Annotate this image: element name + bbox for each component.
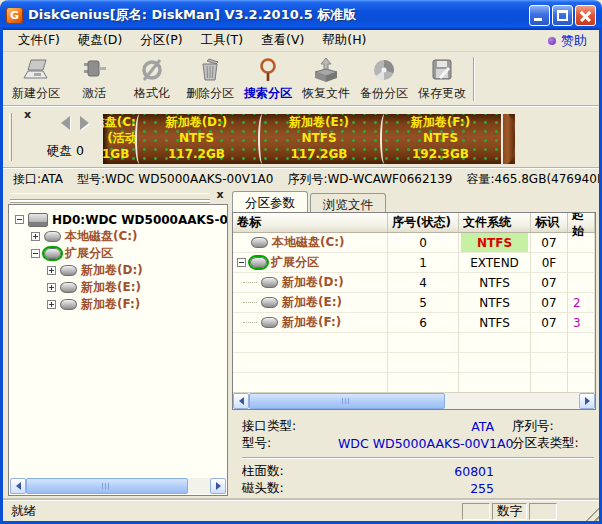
scrollbar-thumb[interactable] <box>249 393 445 409</box>
toolbar-button-format[interactable]: 格式化 <box>123 53 181 105</box>
scroll-left-button[interactable] <box>10 478 26 494</box>
collapse-expander-icon[interactable] <box>15 215 24 224</box>
toolbar-button-activate[interactable]: 激活 <box>65 53 123 105</box>
table-row-local-disk-c[interactable]: 本地磁盘(C:) 0 NTFS 07 <box>233 233 595 253</box>
detail-label: 接口类型: <box>242 418 338 435</box>
partition-d[interactable]: 新加卷(D:) NTFS 117.2GB <box>135 114 258 164</box>
title-bar[interactable]: G DiskGenius[原名: DiskMan] V3.2.2010.5 标准… <box>0 0 602 30</box>
id-cell: 07 <box>531 313 568 332</box>
panel-grip[interactable] <box>9 113 12 161</box>
toolbar-button-search-partition[interactable]: 搜索分区 <box>239 53 297 105</box>
partition-size: 117.2GB <box>135 146 258 162</box>
toolbar-button-backup-partition[interactable]: 备份分区 <box>355 53 413 105</box>
sponsor-link[interactable]: 赞助 <box>548 32 599 50</box>
toolbar-button-new-partition[interactable]: 新建分区 <box>7 53 65 105</box>
start-cell: 3 <box>570 316 592 330</box>
tree-panel-close-icon[interactable]: x <box>214 189 226 201</box>
column-header-volume[interactable]: 卷标 <box>233 213 388 232</box>
seq-cell: 6 <box>388 313 459 332</box>
tree-item-volume-f[interactable]: 新加卷(F:) <box>15 296 225 313</box>
tree-item-volume-d[interactable]: 新加卷(D:) <box>15 262 225 279</box>
tree-item-label: 扩展分区 <box>65 245 113 262</box>
scroll-right-button[interactable] <box>210 478 226 494</box>
table-row-volume-e[interactable]: 新加卷(E:) 5 NTFS 07 2 <box>233 293 595 313</box>
partition-e[interactable]: 新加卷(E:) NTFS 117.2GB <box>258 114 380 164</box>
seq-cell: 1 <box>388 253 459 272</box>
partition-c[interactable]: 本地磁盘(C:) NTFS (活动) 39.1GB <box>103 114 135 164</box>
tab-browse-files[interactable]: 浏览文件 <box>310 193 386 212</box>
resize-grip[interactable] <box>585 507 599 521</box>
tree-item-extended-partition[interactable]: 扩展分区 <box>15 245 225 262</box>
info-value: ATA <box>41 172 63 186</box>
menu-file[interactable]: 文件(F) <box>9 30 69 51</box>
toolbar-button-delete-partition[interactable]: 删除分区 <box>181 53 239 105</box>
disk-panel-close-icon[interactable]: x <box>21 109 34 122</box>
menu-bar: 文件(F) 硬盘(D) 分区(P) 工具(T) 查看(V) 帮助(H) 赞助 <box>3 30 599 52</box>
details-separator <box>242 457 594 459</box>
expand-expander-icon[interactable] <box>31 232 40 241</box>
partition-fs: NTFS (活动) <box>103 130 135 146</box>
seq-cell: 4 <box>388 273 459 292</box>
recover-box-arrow-icon <box>312 55 340 85</box>
window-border-left <box>0 28 3 524</box>
id-cell: 0F <box>531 253 568 272</box>
table-row-volume-f[interactable]: 新加卷(F:) 6 NTFS 07 3 <box>233 313 595 333</box>
tab-partition-parameters[interactable]: 分区参数 <box>232 191 308 212</box>
prev-disk-arrow-icon[interactable] <box>61 116 70 130</box>
tree-item-volume-e[interactable]: 新加卷(E:) <box>15 279 225 296</box>
new-partition-icon <box>22 55 50 85</box>
tree-item-hd0[interactable]: HD0:WDC WD5000AAKS-00V1A0 <box>15 211 225 228</box>
detail-label: 柱面数: <box>242 463 338 480</box>
column-header-start[interactable]: 起始 <box>568 213 595 232</box>
table-row-empty <box>233 333 595 353</box>
expand-expander-icon[interactable] <box>47 266 56 275</box>
toolbar-button-label: 搜索分区 <box>244 85 292 102</box>
tree-panel-grip[interactable] <box>10 193 210 200</box>
toolbar: 新建分区 激活 格式化 删除分区 搜索分区 <box>3 53 599 106</box>
close-button[interactable] <box>575 5 596 26</box>
filesystem-cell: NTFS <box>459 293 531 312</box>
partition-name: 本地磁盘(C:) <box>103 114 135 130</box>
menu-view[interactable]: 查看(V) <box>252 30 313 51</box>
table-row-volume-d[interactable]: 新加卷(D:) 4 NTFS 07 <box>233 273 595 293</box>
collapse-expander-icon[interactable] <box>237 258 246 267</box>
column-header-id[interactable]: 标识 <box>531 213 568 232</box>
menu-tools[interactable]: 工具(T) <box>192 30 252 51</box>
menu-partition[interactable]: 分区(P) <box>131 30 191 51</box>
table-row-extended-partition[interactable]: 扩展分区 1 EXTEND 0F <box>233 253 595 273</box>
expand-expander-icon[interactable] <box>47 283 56 292</box>
tree-item-local-disk-c[interactable]: 本地磁盘(C:) <box>15 228 225 245</box>
info-label: 容量 <box>466 172 490 186</box>
info-label: 接口 <box>13 172 37 186</box>
collapse-expander-icon[interactable] <box>31 249 40 258</box>
table-header-row: 卷标 序号(状态) 文件系统 标识 起始 <box>233 213 595 233</box>
partition-icon <box>261 317 278 328</box>
cylinder-right-cap <box>501 114 515 164</box>
partition-f[interactable]: 新加卷(F:) NTFS 192.3GB <box>380 114 501 164</box>
partition-fs: NTFS <box>258 130 380 146</box>
toolbar-button-save-changes[interactable]: 保存更改 <box>413 53 471 105</box>
scroll-right-button[interactable] <box>579 393 595 409</box>
tree-connector <box>243 302 257 303</box>
expand-expander-icon[interactable] <box>47 300 56 309</box>
scrollbar-thumb[interactable] <box>26 478 188 494</box>
partition-fs: NTFS <box>380 130 501 146</box>
detail-value: WDC WD5000AAKS-00V1A0 <box>338 436 494 451</box>
toolbar-button-recover-files[interactable]: 恢复文件 <box>297 53 355 105</box>
save-floppy-icon <box>428 55 456 85</box>
menu-disk[interactable]: 硬盘(D) <box>69 30 131 51</box>
next-disk-arrow-icon[interactable] <box>80 116 89 130</box>
status-cell-empty <box>462 503 490 520</box>
scroll-left-button[interactable] <box>233 393 249 409</box>
minimize-button[interactable] <box>529 5 550 26</box>
info-label: 序列号 <box>287 172 323 186</box>
column-header-seq-status[interactable]: 序号(状态) <box>388 213 459 232</box>
toolbar-button-label: 删除分区 <box>186 85 234 102</box>
table-horizontal-scrollbar[interactable] <box>233 392 595 409</box>
disk-info-line: 接口:ATA 型号:WDC WD5000AAKS-00V1A0 序列号:WD-W… <box>3 167 599 190</box>
menu-help[interactable]: 帮助(H) <box>313 30 375 51</box>
column-header-filesystem[interactable]: 文件系统 <box>459 213 531 232</box>
maximize-button[interactable] <box>552 5 573 26</box>
minimize-icon <box>534 18 542 21</box>
tree-horizontal-scrollbar[interactable] <box>10 478 226 494</box>
